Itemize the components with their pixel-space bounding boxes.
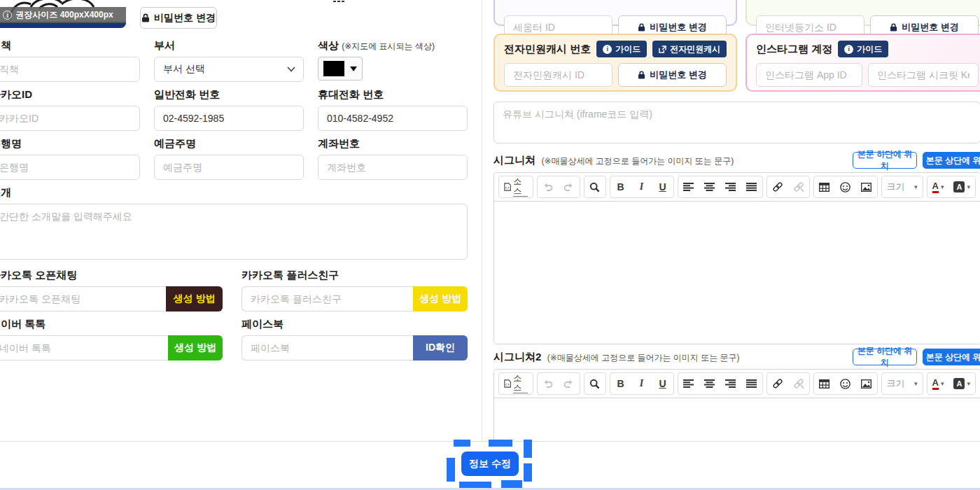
- align-right-icon[interactable]: [720, 373, 741, 394]
- source-button[interactable]: 소스: [499, 373, 533, 394]
- align-center-icon[interactable]: [699, 373, 720, 394]
- dropdown-triangle-icon: [350, 66, 357, 71]
- undo-icon[interactable]: [538, 176, 559, 197]
- field-account: 계좌번호: [318, 137, 468, 180]
- decorative-dash: [489, 440, 512, 447]
- submit-info-button[interactable]: 정보 수정: [461, 451, 519, 476]
- align-justify-icon[interactable]: [741, 373, 762, 394]
- bold-button[interactable]: B: [610, 176, 631, 197]
- facebook-input[interactable]: [241, 335, 413, 360]
- signature2-edit-area[interactable]: [494, 398, 980, 441]
- photo-size-text: 권장사이즈 400pxX400px: [15, 9, 113, 21]
- signature2-editor: 소스 B I: [493, 369, 980, 441]
- minwon-id-input[interactable]: [504, 63, 612, 87]
- minwon-external-link-button[interactable]: 전자민원캐시: [652, 41, 727, 57]
- search-icon[interactable]: [584, 176, 606, 197]
- kakao-plus-label: 카카오톡 플러스친구: [241, 269, 468, 282]
- kakao-plus-howto-button[interactable]: 생성 방법: [413, 286, 468, 312]
- bold-button[interactable]: B: [610, 373, 631, 394]
- editor-toolbar: 소스 B I: [494, 173, 980, 202]
- table-icon[interactable]: [814, 373, 835, 394]
- smiley-icon[interactable]: [835, 373, 856, 394]
- mobile-input[interactable]: [318, 106, 468, 131]
- field-holder: 예금주명: [154, 137, 304, 180]
- phone-input[interactable]: [154, 106, 304, 131]
- redo-icon[interactable]: [559, 176, 580, 197]
- unlink-icon[interactable]: [788, 176, 809, 197]
- signature2-top-position-button[interactable]: 본문 상단에 위치: [923, 349, 980, 365]
- search-icon[interactable]: [584, 373, 606, 394]
- underline-button[interactable]: U: [652, 373, 673, 394]
- unlink-icon[interactable]: [788, 373, 809, 394]
- signature2-bottom-position-button[interactable]: 본문 하단에 위치: [853, 349, 917, 365]
- align-left-icon[interactable]: [678, 373, 699, 394]
- kakao-open-howto-button[interactable]: 생성 방법: [166, 286, 223, 312]
- right-form-column: 비밀번호 변경 비밀번호 변경 전자민원캐시 번호 i 가이드: [493, 0, 980, 441]
- undo-icon[interactable]: [538, 373, 559, 394]
- lock-icon: [638, 23, 645, 31]
- bank-input[interactable]: [0, 155, 140, 180]
- kakao-id-input[interactable]: [0, 106, 140, 131]
- align-center-icon[interactable]: [699, 176, 720, 197]
- font-size-dropdown[interactable]: 크기 ▾: [882, 373, 923, 394]
- iros-password-label: 비밀번호 변경: [902, 21, 959, 34]
- position-input[interactable]: [0, 57, 140, 82]
- instagram-secret-key-input[interactable]: [868, 63, 979, 87]
- text-color-button[interactable]: A▾: [927, 176, 949, 197]
- font-size-dropdown[interactable]: 크기 ▾: [882, 176, 923, 197]
- info-icon: i: [844, 45, 853, 54]
- naver-label: 네이버 톡톡: [0, 318, 223, 331]
- underline-button[interactable]: U: [652, 176, 673, 197]
- signature1-top-position-button[interactable]: 본문 상단에 위치: [923, 152, 980, 169]
- signature1-header: 시그니쳐 (※매물상세에 고정으로 들어가는 이미지 또는 문구) 본문 하단에…: [493, 154, 980, 171]
- field-bank: 은행명: [0, 137, 140, 180]
- source-document-icon: [504, 379, 511, 388]
- account-input[interactable]: [318, 155, 468, 180]
- minwon-password-button[interactable]: 비밀번호 변경: [618, 63, 727, 87]
- youtube-signature-textarea[interactable]: [493, 102, 980, 144]
- instagram-guide-button[interactable]: i 가이드: [838, 41, 888, 57]
- decorative-dash: [524, 440, 532, 458]
- color-picker[interactable]: [318, 57, 363, 80]
- align-right-icon[interactable]: [720, 176, 741, 197]
- background-color-button[interactable]: A▾: [948, 176, 975, 197]
- link-icon[interactable]: [767, 176, 788, 197]
- naver-input[interactable]: [0, 335, 168, 360]
- italic-button[interactable]: I: [631, 176, 652, 197]
- signature1-bottom-position-button[interactable]: 본문 하단에 위치: [853, 152, 917, 169]
- instagram-panel: 인스타그램 계정 i 가이드: [746, 34, 980, 92]
- instagram-app-id-input[interactable]: [756, 63, 862, 87]
- image-icon[interactable]: [856, 373, 877, 394]
- caret-down-icon: ▾: [967, 380, 970, 387]
- facebook-id-check-button[interactable]: ID확인: [413, 335, 468, 360]
- naver-howto-button[interactable]: 생성 방법: [168, 335, 223, 360]
- image-icon[interactable]: [856, 176, 877, 197]
- field-naver: 네이버 톡톡 생성 방법: [0, 318, 223, 360]
- smiley-icon[interactable]: [835, 176, 856, 197]
- minwon-link-label: 전자민원캐시: [670, 43, 720, 55]
- italic-button[interactable]: I: [631, 373, 652, 394]
- mobile-label: 휴대전화 번호: [318, 88, 468, 102]
- change-password-button[interactable]: 비밀번호 변경: [140, 7, 217, 29]
- signature1-title: 시그니쳐: [493, 154, 536, 166]
- link-icon[interactable]: [767, 373, 788, 394]
- signature1-edit-area[interactable]: [494, 202, 980, 344]
- profile-image[interactable]: i 권장사이즈 400pxX400px: [0, 0, 126, 28]
- intro-textarea[interactable]: [0, 204, 468, 260]
- holder-input[interactable]: [154, 155, 304, 180]
- table-icon[interactable]: [814, 176, 835, 197]
- lock-icon: [638, 71, 645, 79]
- align-left-icon[interactable]: [678, 176, 699, 197]
- source-button[interactable]: 소스: [499, 176, 533, 197]
- kakao-plus-input[interactable]: [241, 286, 413, 312]
- decorative-dash: [524, 463, 532, 482]
- redo-icon[interactable]: [559, 373, 580, 394]
- caret-down-icon: ▾: [941, 183, 944, 190]
- background-color-button[interactable]: A▾: [948, 373, 975, 394]
- kakao-id-label: 카카오ID: [0, 88, 140, 102]
- minwon-guide-button[interactable]: i 가이드: [596, 41, 647, 57]
- kakao-open-input[interactable]: [0, 286, 166, 312]
- align-justify-icon[interactable]: [741, 176, 762, 197]
- department-select[interactable]: 부서 선택: [154, 57, 304, 82]
- text-color-button[interactable]: A▾: [927, 373, 949, 394]
